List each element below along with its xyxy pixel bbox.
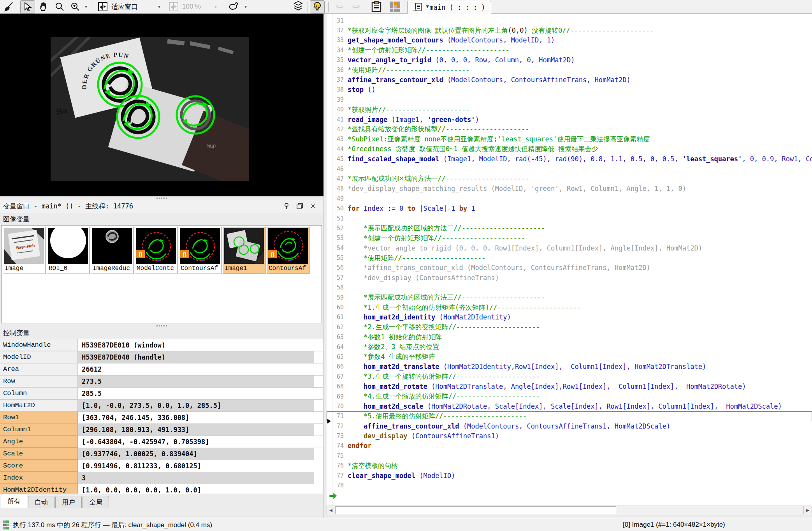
scroll-left-icon[interactable]: ◀ [327,506,335,514]
code-line-49[interactable]: 49 [327,194,812,203]
code-line-65[interactable]: 65 *参数4 生成的平移矩阵 [327,352,812,362]
control-variable-row[interactable]: ModelIDH539E87DE040 (handle) [0,351,323,363]
variable-name-cell[interactable]: Row [0,376,78,387]
graphics-window[interactable]: DER GRÜNE PUN http Ba [0,14,323,196]
code-line-69[interactable]: 69 *4.生成一个缩放的仿射矩阵//--------------------- [327,392,812,401]
close-icon[interactable]: ✕ [308,201,318,211]
image-variable-thumbnail[interactable]: [] Image1 [223,227,265,274]
variable-value-cell[interactable]: [296.108, 180.913, 491.933] [78,424,314,436]
code-line-78[interactable]: 78 [327,480,812,490]
code-line-45[interactable]: 45find_scaled_shape_model (Image1, Model… [327,154,812,164]
code-line-66[interactable]: 66 hom_mat2d_translate (HomMat2DIdentity… [327,362,812,372]
code-line-59[interactable]: 59 *展示匹配成功的区域的方法三//--------------------- [327,293,812,302]
code-line-37[interactable]: 37affine_trans_contour_xld (ModelContour… [327,75,812,85]
code-line-71[interactable]: 71 *5.使用最终的仿射矩阵//--------------------- [327,411,812,421]
variable-value-cell[interactable]: H539E87DE040 (handle) [78,351,314,363]
navigate-back-button[interactable]: ⇦ [332,0,347,13]
code-horizontal-scrollbar[interactable]: ◀ ▶ [327,506,812,514]
control-variable-row[interactable]: Area26612 [0,363,323,376]
code-line-54[interactable]: 54 *vector_angle_to_rigid (0, 0, 0, Row1… [327,243,812,253]
scrollbar-thumb[interactable] [335,506,616,514]
window-layout-button[interactable] [387,0,403,13]
scroll-right-icon[interactable]: ▶ [803,506,812,514]
code-line-40[interactable]: 40*获取照片//--------------------- [327,105,812,115]
navigate-forward-button[interactable]: ⇨ [349,0,364,13]
variable-value-cell[interactable]: [-0.643804, -0.425947, 0.705398] [78,436,314,448]
code-line-53[interactable]: 53 *创建一个仿射矩形矩阵//--------------------- [327,233,812,243]
variable-name-cell[interactable]: ModelID [0,351,78,363]
image-variable-thumbnail[interactable]: [] ROI_0 [47,227,90,274]
layers-button[interactable] [291,0,305,13]
code-line-38[interactable]: 38stop () [327,85,812,95]
variable-name-cell[interactable]: Scale [0,448,78,460]
variable-window-titlebar[interactable]: 变量窗口 - main* () - 主线程: 14776 ✕ [0,200,323,213]
variable-value-cell[interactable]: 3 [78,472,314,484]
control-variable-row[interactable]: Angle[-0.643804, -0.425947, 0.705398] [0,436,323,448]
control-variable-row[interactable]: Scale[0.937746, 1.00025, 0.839404] [0,448,323,460]
code-editor[interactable]: 3132*获取对应金字塔层级的图像 默认位置在图片的左上角(0,0) 没有旋转0… [327,14,812,505]
image-variable-thumbnail[interactable]: [] ContoursAf [267,227,309,274]
variable-name-cell[interactable]: Index [0,472,78,484]
code-line-52[interactable]: 52 *展示匹配成功的区域的方法二//--------------------- [327,223,812,233]
code-line-72[interactable]: 72 affine_trans_contour_xld (ModelContou… [327,421,812,431]
code-line-73[interactable]: 73 dev_display (ContoursAffineTrans1) [327,431,812,441]
variable-name-cell[interactable]: Area [0,363,78,375]
variable-value-cell[interactable]: 285.5 [78,388,314,399]
code-line-33[interactable]: 33get_shape_model_contours (ModelContour… [327,35,812,45]
variable-value-cell[interactable]: [363.704, 246.145, 336.008] [78,412,314,423]
code-line-67[interactable]: 67 *3.生成一个旋转的仿射矩阵//--------------------- [327,372,812,381]
splitter-handle[interactable] [0,196,323,200]
code-line-76[interactable]: 76*清空模板的句柄 [327,461,812,471]
code-line-74[interactable]: 74endfor [327,441,812,451]
code-line-42[interactable]: 42*查找具有缩放变化的形状模型//--------------------- [327,124,812,134]
variable-name-cell[interactable]: Column1 [0,424,78,436]
image-variable-thumbnail[interactable]: [] ModelContc [135,227,178,274]
variable-name-cell[interactable]: WindowHandle [0,339,78,351]
code-line-51[interactable]: 51 [327,213,812,223]
program-window-button[interactable] [368,0,385,13]
code-line-56[interactable]: 56 *affine_trans_contour_xld (ModelConto… [327,263,812,273]
roi-tool-dropdown[interactable]: ▾ [242,0,249,13]
fit-mode-combobox[interactable]: 适应窗口 [111,0,162,13]
variable-value-cell[interactable]: [0.991496, 0.811233, 0.680125] [78,460,314,472]
code-line-34[interactable]: 34*创建一个仿射矩形矩阵//--------------------- [327,45,812,55]
tab-all[interactable]: 所有 [1,494,27,508]
variable-name-cell[interactable]: HomMat2DIdentity [0,484,78,494]
code-line-62[interactable]: 62 *2.生成一个平移的变换矩阵//--------------------- [327,322,812,332]
code-line-50[interactable]: 50for Index := 0 to |Scale|-1 by 1 [327,203,812,213]
variable-value-cell[interactable]: 26612 [78,363,314,375]
tab-global[interactable]: 全局 [83,496,109,508]
control-variable-row[interactable]: Column285.5 [0,388,323,400]
variable-name-cell[interactable]: Angle [0,436,78,448]
code-line-48[interactable]: 48*dev_display_shape_matching_results (M… [327,184,812,194]
code-line-61[interactable]: 61 hom_mat2d_identity (HomMat2DIdentity) [327,312,812,322]
variable-name-cell[interactable]: Column [0,388,78,399]
image-variable-thumbnail[interactable]: Bayerisch [] Image [3,227,46,274]
code-line-39[interactable]: 39 [327,95,812,104]
variable-name-cell[interactable]: HomMat2D [0,400,78,411]
control-variable-row[interactable]: Row1[363.704, 246.145, 336.008] [0,412,323,424]
pin-icon[interactable] [282,201,291,211]
variable-name-cell[interactable]: Score [0,460,78,472]
variable-value-cell[interactable]: 273.5 [78,376,314,387]
image-variable-thumbnail[interactable]: [] ContoursAf [179,227,221,274]
freehand-roi-button[interactable] [227,0,241,13]
code-line-55[interactable]: 55 *使用矩阵//--------------------- [327,253,812,263]
image-variable-thumbnail[interactable]: [] ImageReduc [91,227,134,274]
code-line-44[interactable]: 44*Greediness 贪婪度 取值范围0~1 值越大搜索速度越快但精度降低… [327,144,812,154]
control-variable-row[interactable]: Row273.5 [0,376,323,388]
code-line-70[interactable]: 70 hom_mat2d_scale (HomMat2DRotate, Scal… [327,401,812,411]
variable-name-cell[interactable]: Row1 [0,412,78,423]
code-line-68[interactable]: 68 hom_mat2d_rotate (HomMat2DTranslate, … [327,381,812,391]
code-line-58[interactable]: 58 [327,283,812,293]
zoom-percent-dropdown[interactable]: ▾ [212,0,219,13]
control-variable-row[interactable]: HomMat2DIdentity[1.0, 0.0, 0.0, 0.0, 1.0… [0,484,323,494]
fit-mode-dropdown[interactable]: ▾ [156,0,163,13]
variable-value-cell[interactable]: [1.0, 0.0, 0.0, 0.0, 1.0, 0.0] [78,484,314,494]
control-variable-row[interactable]: Column1[296.108, 180.913, 491.933] [0,424,323,436]
code-line-64[interactable]: 64 *参数2、3 结束点的位置 [327,342,812,352]
tab-user[interactable]: 用户 [55,496,82,508]
code-line-36[interactable]: 36*使用矩阵//--------------------- [327,65,812,75]
splitter-handle[interactable] [0,324,323,328]
code-line-46[interactable]: 46 [327,164,812,174]
